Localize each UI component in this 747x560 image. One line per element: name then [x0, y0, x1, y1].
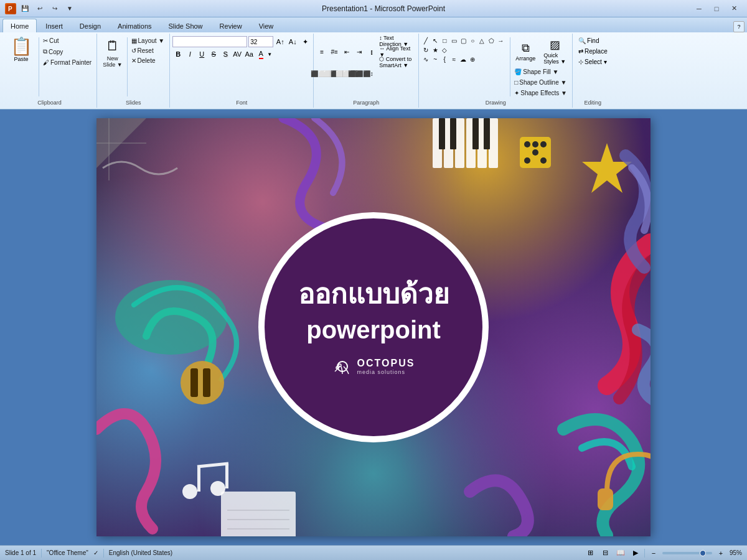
status-right: ⊞ ⊟ 📖 ▶ − + 95% [585, 548, 742, 559]
paste-button[interactable]: 📋 Paste [5, 36, 37, 64]
shape-curved-arrow[interactable]: ↻ [421, 45, 430, 54]
save-qat-button[interactable]: 💾 [19, 3, 31, 14]
underline-button[interactable]: U [196, 49, 207, 60]
strikethrough-button[interactable]: S [208, 49, 219, 60]
font-row-2: B I U S S AV Aa A ▼ [172, 49, 311, 60]
status-left: Slide 1 of 1 "Office Theme" ✓ English (U… [5, 549, 172, 558]
maximize-button[interactable]: □ [708, 3, 725, 14]
new-slide-icon: 🗒 [106, 38, 120, 54]
slide-container[interactable]: ออกแบบด้วย powerpoint OCTOPUS [96, 118, 651, 536]
customize-qat-button[interactable]: ▼ [63, 3, 76, 14]
shape-freeform[interactable]: ~ [431, 55, 439, 63]
drawing-sep [510, 37, 510, 96]
font-color-dropdown[interactable]: ▼ [267, 52, 272, 57]
shape-curved[interactable]: ∿ [421, 55, 430, 63]
justify-button[interactable]: ⬛⬛⬛ [354, 68, 365, 78]
shape-pentagon[interactable]: ⬠ [487, 36, 496, 45]
para-row-1: ≡ #≡ ⇤ ⇥ ⫿ ↕ Text Direction ▼ ↔ Align Te… [316, 36, 416, 67]
shape-star[interactable]: ★ [431, 45, 439, 54]
ribbon: Home Insert Design Animations Slide Show… [0, 17, 747, 110]
reading-view-button[interactable]: 📖 [614, 548, 627, 559]
tab-review[interactable]: Review [212, 19, 250, 32]
shape-wave[interactable]: ≈ [449, 55, 458, 63]
zoom-in-button[interactable]: + [715, 548, 727, 559]
italic-button[interactable]: I [184, 49, 195, 60]
shape-brace[interactable]: { [440, 55, 449, 63]
shape-misc[interactable]: ⊕ [468, 55, 477, 63]
font-size-input[interactable] [248, 36, 273, 47]
ribbon-help-button[interactable]: ? [733, 21, 745, 32]
decrease-indent-button[interactable]: ⇤ [341, 47, 352, 57]
close-button[interactable]: ✕ [726, 3, 742, 14]
shape-outline-button[interactable]: □ Shape Outline ▼ [512, 78, 570, 87]
shape-rect[interactable]: □ [440, 36, 449, 45]
increase-indent-button[interactable]: ⇥ [354, 47, 365, 57]
bold-button[interactable]: B [172, 49, 184, 60]
shape-arrow[interactable]: ↖ [431, 36, 439, 45]
check-icon: ✓ [93, 549, 98, 556]
shape-rounded-rect[interactable]: ▢ [459, 36, 467, 45]
tab-home[interactable]: Home [2, 19, 37, 32]
char-spacing-button[interactable]: AV [232, 49, 243, 60]
editing-controls: 🔍 Find ⇄ Replace ⊹ Select ▾ [575, 36, 611, 67]
text-direction-button[interactable]: ↕ Text Direction ▼ [378, 36, 416, 46]
decrease-font-button[interactable]: A↓ [287, 36, 298, 47]
normal-view-button[interactable]: ⊞ [585, 548, 597, 559]
delete-button[interactable]: ✕ Delete [129, 56, 158, 65]
shape-fill-button[interactable]: 🪣 Shape Fill ▼ [512, 67, 570, 77]
slideshow-button[interactable]: ▶ [629, 548, 642, 559]
change-case-button[interactable]: Aa [243, 49, 255, 60]
tab-design[interactable]: Design [72, 19, 109, 32]
clipboard-group: 📋 Paste ✂ Cut ⧉ Copy 🖌 Format Pain [2, 34, 97, 108]
find-button[interactable]: 🔍 Find [575, 36, 611, 45]
reset-icon: ↺ [131, 47, 136, 54]
paste-label: Paste [14, 56, 28, 62]
shape-diamond[interactable]: ◇ [440, 45, 449, 54]
line-spacing-button[interactable]: ↕ [366, 68, 377, 78]
paragraph-group-content: ≡ #≡ ⇤ ⇥ ⫿ ↕ Text Direction ▼ ↔ Align Te… [316, 35, 416, 99]
format-painter-button[interactable]: 🖌 Format Painter [40, 58, 94, 67]
reset-button[interactable]: ↺ Reset [129, 46, 156, 55]
copy-button[interactable]: ⧉ Copy [40, 47, 94, 57]
shape-circle[interactable]: ○ [468, 36, 477, 45]
numbering-button[interactable]: #≡ [329, 47, 340, 57]
cut-icon: ✂ [43, 37, 48, 44]
quick-styles-button[interactable]: ▨ QuickStyles ▼ [540, 36, 569, 67]
cut-button[interactable]: ✂ Cut [40, 36, 94, 45]
select-label: Select ▾ [585, 58, 607, 65]
layout-button[interactable]: ▦ Layout ▼ [129, 36, 167, 45]
font-name-input[interactable] [172, 36, 247, 47]
new-slide-button[interactable]: 🗒 NewSlide ▼ [100, 36, 125, 70]
shape-effects-button[interactable]: ✦ Shape Effects ▼ [512, 88, 570, 98]
shape-line[interactable]: ╱ [421, 36, 430, 45]
select-button[interactable]: ⊹ Select ▾ [575, 57, 611, 67]
clipboard-group-content: 📋 Paste ✂ Cut ⧉ Copy 🖌 Format Pain [5, 35, 94, 99]
editing-label: Editing [575, 99, 611, 106]
slide-sorter-button[interactable]: ⊟ [599, 548, 612, 559]
shape-triangle[interactable]: △ [477, 36, 486, 45]
shape-right-arrow[interactable]: → [496, 36, 505, 45]
shape-outline-label: Shape Outline ▼ [519, 79, 566, 86]
increase-font-button[interactable]: A↑ [275, 36, 286, 47]
shadow-button[interactable]: S [220, 49, 231, 60]
tab-insert[interactable]: Insert [37, 19, 71, 32]
shape-rect2[interactable]: ▭ [449, 36, 458, 45]
replace-button[interactable]: ⇄ Replace [575, 47, 611, 56]
tab-view[interactable]: View [251, 19, 282, 32]
clear-formatting-button[interactable]: ✦ [299, 36, 311, 47]
bullets-button[interactable]: ≡ [316, 47, 327, 57]
columns-button[interactable]: ⫿ [366, 47, 377, 57]
tab-animations[interactable]: Animations [110, 19, 159, 32]
undo-qat-button[interactable]: ↩ [34, 3, 46, 14]
zoom-out-button[interactable]: − [647, 548, 660, 559]
zoom-slider[interactable] [662, 552, 712, 554]
slide-circle-inner: ออกแบบด้วย powerpoint OCTOPUS [265, 218, 482, 436]
shape-cloud[interactable]: ☁ [459, 55, 467, 63]
font-color-button[interactable]: A [255, 49, 266, 60]
align-text-button[interactable]: ↔ Align Text ▼ [378, 47, 416, 57]
arrange-button[interactable]: ⧉ Arrange [512, 40, 539, 63]
minimize-button[interactable]: ─ [691, 3, 707, 14]
convert-smartart-button[interactable]: ⬡ Convert to SmartArt ▼ [378, 57, 416, 67]
tab-slideshow[interactable]: Slide Show [161, 19, 211, 32]
redo-qat-button[interactable]: ↪ [49, 3, 61, 14]
